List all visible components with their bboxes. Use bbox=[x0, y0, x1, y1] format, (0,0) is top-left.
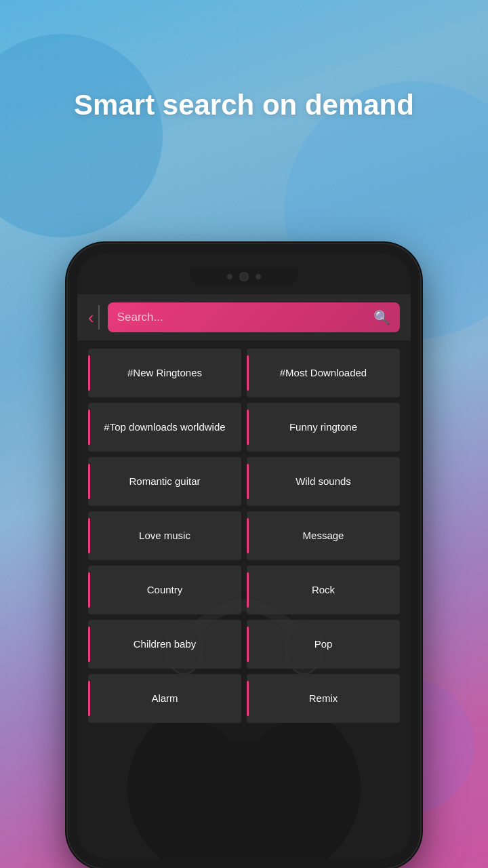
category-item-alarm[interactable]: Alarm bbox=[88, 674, 241, 723]
category-label-new-ringtones: #New Ringtones bbox=[119, 366, 210, 380]
back-button[interactable]: ‹ bbox=[88, 309, 94, 326]
category-label-remix: Remix bbox=[301, 692, 346, 705]
category-label-wild-sounds: Wild sounds bbox=[287, 475, 359, 488]
category-item-love-music[interactable]: Love music bbox=[88, 511, 241, 560]
notch-camera bbox=[239, 272, 249, 281]
search-area: ‹ Search... 🔍 bbox=[77, 294, 411, 340]
power-button bbox=[420, 380, 423, 427]
category-item-message[interactable]: Message bbox=[247, 511, 400, 560]
category-label-funny-ringtone: Funny ringtone bbox=[281, 420, 365, 434]
notch-dot-left bbox=[227, 274, 232, 279]
category-item-children-baby[interactable]: Children baby bbox=[88, 620, 241, 669]
phone-screen: ‹ Search... 🔍 #New Ringtones#Most Downlo… bbox=[77, 254, 411, 859]
category-label-alarm: Alarm bbox=[143, 692, 186, 705]
category-item-new-ringtones[interactable]: #New Ringtones bbox=[88, 349, 241, 397]
search-bar[interactable]: Search... 🔍 bbox=[108, 302, 400, 332]
search-icon[interactable]: 🔍 bbox=[373, 309, 390, 326]
category-item-most-downloaded[interactable]: #Most Downloaded bbox=[247, 349, 400, 397]
category-label-love-music: Love music bbox=[131, 529, 199, 542]
notch-dot-right bbox=[256, 274, 261, 279]
category-item-wild-sounds[interactable]: Wild sounds bbox=[247, 457, 400, 506]
category-label-rock: Rock bbox=[304, 583, 343, 597]
category-label-country: Country bbox=[139, 583, 191, 597]
category-label-children-baby: Children baby bbox=[125, 637, 205, 651]
page-title: Smart search on demand bbox=[0, 88, 488, 122]
category-label-pop: Pop bbox=[306, 637, 341, 651]
category-label-message: Message bbox=[295, 529, 352, 542]
category-item-rock[interactable]: Rock bbox=[247, 566, 400, 614]
categories-grid: #New Ringtones#Most Downloaded#Top downl… bbox=[77, 340, 411, 731]
category-label-top-downloads: #Top downloads worldwide bbox=[96, 420, 233, 434]
category-item-country[interactable]: Country bbox=[88, 566, 241, 614]
category-item-pop[interactable]: Pop bbox=[247, 620, 400, 669]
category-item-funny-ringtone[interactable]: Funny ringtone bbox=[247, 403, 400, 452]
search-placeholder: Search... bbox=[117, 311, 367, 324]
category-item-romantic-guitar[interactable]: Romantic guitar bbox=[88, 457, 241, 506]
category-label-most-downloaded: #Most Downloaded bbox=[272, 366, 375, 380]
category-item-remix[interactable]: Remix bbox=[247, 674, 400, 723]
category-item-top-downloads[interactable]: #Top downloads worldwide bbox=[88, 403, 241, 452]
nav-divider bbox=[98, 305, 100, 330]
notch bbox=[190, 267, 298, 286]
phone-container: ‹ Search... 🔍 #New Ringtones#Most Downlo… bbox=[68, 244, 420, 868]
phone-frame: ‹ Search... 🔍 #New Ringtones#Most Downlo… bbox=[68, 244, 420, 868]
phone-content: ‹ Search... 🔍 #New Ringtones#Most Downlo… bbox=[77, 294, 411, 859]
category-label-romantic-guitar: Romantic guitar bbox=[121, 475, 208, 488]
